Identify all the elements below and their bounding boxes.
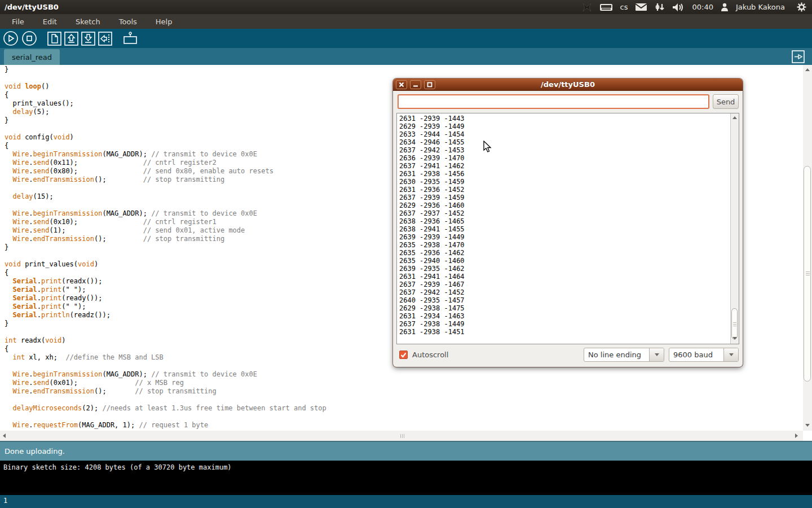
send-button[interactable]: Send [713, 94, 739, 109]
code-line: Wire.send(0x11); // cntrl register2 [5, 159, 326, 167]
code-line: { [5, 91, 326, 99]
scroll-up-icon[interactable] [805, 68, 810, 71]
new-sketch-button[interactable] [47, 32, 61, 46]
keyboard-layout-icon[interactable] [599, 3, 613, 11]
code-line: Wire.beginTransmission(MAG_ADDR); // tra… [5, 209, 326, 218]
menu-help[interactable]: Help [149, 15, 179, 28]
chevron-down-icon[interactable] [649, 348, 664, 361]
serial-line: 2631 -2939 -1443 [399, 115, 465, 122]
scroll-left-icon[interactable] [3, 433, 6, 438]
serial-scrollbar-thumb[interactable] [731, 308, 738, 339]
serial-line: 2634 -2946 -1455 [399, 138, 465, 146]
serial-line: 2633 -2944 -1454 [399, 130, 465, 138]
code-line: int xl, xh; //define the MSB and LSB [5, 353, 326, 362]
scroll-up-icon[interactable] [732, 116, 737, 119]
code-line [5, 125, 326, 133]
code-line: Serial.print(readx()); [5, 277, 326, 286]
verify-button[interactable] [3, 30, 19, 46]
stop-button[interactable] [21, 30, 37, 46]
code-line: void config(void) [5, 133, 326, 142]
minimize-icon[interactable] [410, 80, 421, 89]
tab-menu-icon[interactable] [792, 50, 805, 63]
serial-scrollbar[interactable] [730, 113, 739, 344]
line-ending-select[interactable]: No line ending [584, 348, 664, 362]
editor-horizontal-scrollbar[interactable] [0, 431, 803, 441]
code-line [5, 328, 326, 336]
scroll-down-icon[interactable] [805, 424, 810, 427]
maximize-icon[interactable] [424, 80, 435, 89]
code-line: Wire.beginTransmission(MAG_ADDR); // tra… [5, 150, 326, 159]
serial-line: 2629 -2938 -1475 [399, 304, 465, 312]
username-label[interactable]: Jakub Kakona [736, 3, 785, 11]
menu-file[interactable]: File [6, 15, 30, 28]
line-ending-value: No line ending [584, 348, 649, 361]
code-line: Serial.println(readz()); [5, 311, 326, 319]
code-line: } [5, 65, 326, 74]
menu-sketch[interactable]: Sketch [69, 15, 107, 28]
serial-monitor-button[interactable] [122, 31, 138, 46]
code-line [5, 201, 326, 209]
keyboard-layout-label[interactable]: cs [620, 3, 628, 11]
code-line: void print_values(void) [5, 260, 326, 269]
serial-line: 2639 -2935 -1462 [399, 265, 465, 273]
mail-icon[interactable] [635, 3, 647, 11]
autoscroll-label[interactable]: Autoscroll [412, 351, 448, 359]
window-title: /dev/ttyUSB0 [5, 3, 59, 11]
serial-line: 2631 -2936 -1452 [399, 186, 465, 194]
code-line [5, 74, 326, 82]
editor-vertical-scrollbar[interactable] [803, 65, 812, 431]
serial-output-area[interactable]: 2631 -2939 -14432629 -2939 -14492633 -29… [396, 113, 739, 344]
code-line: delay(5); [5, 108, 326, 116]
serial-window-titlebar[interactable]: /dev/ttyUSB0 [393, 78, 743, 91]
serial-line: 2637 -2942 -1452 [399, 288, 465, 296]
serial-line: 2631 -2938 -1451 [399, 328, 465, 336]
applet-pinwheel-icon[interactable] [582, 3, 592, 12]
chevron-down-icon[interactable] [723, 348, 738, 361]
serial-window-title: /dev/ttyUSB0 [393, 80, 743, 89]
build-console: Binary sketch size: 4208 bytes (of a 307… [0, 461, 812, 495]
serial-line: 2631 -2941 -1464 [399, 273, 465, 281]
upload-button[interactable] [98, 32, 112, 46]
serial-line: 2637 -2939 -1459 [399, 194, 465, 202]
open-sketch-button[interactable] [64, 32, 78, 46]
serial-send-input[interactable] [398, 94, 709, 109]
code-line: Serial.print(ready()); [5, 294, 326, 303]
menu-tools[interactable]: Tools [113, 15, 143, 28]
scroll-right-icon[interactable] [795, 433, 798, 438]
code-line: Wire.endTransmission(); // stop transmit… [5, 176, 326, 184]
status-message: Done uploading. [5, 447, 65, 456]
code-line: Wire.send(1); // send 0x01, active mode [5, 226, 326, 235]
close-icon[interactable] [396, 80, 407, 89]
code-line [5, 396, 326, 404]
serial-line: 2631 -2934 -1463 [399, 312, 465, 320]
serial-line: 2639 -2939 -1449 [399, 233, 465, 241]
save-sketch-button[interactable] [81, 32, 95, 46]
serial-line: 2635 -2936 -1462 [399, 249, 465, 257]
scroll-down-icon[interactable] [732, 337, 737, 340]
code-line: } [5, 243, 326, 252]
network-transfer-icon[interactable] [655, 3, 665, 12]
user-icon[interactable] [721, 3, 729, 11]
editor-scrollbar-thumb[interactable] [804, 166, 811, 382]
volume-icon[interactable] [672, 3, 685, 12]
code-line: Serial.print(" "); [5, 286, 326, 294]
system-tray: cs 00:40 Jakub Kakona [582, 2, 812, 12]
code-line: delayMicroseconds(2); //needs at least 1… [5, 404, 326, 413]
serial-line: 2637 -2938 -1449 [399, 320, 465, 328]
serial-bottom-bar: Autoscroll No line ending 9600 baud [393, 345, 743, 367]
baud-rate-select[interactable]: 9600 baud [669, 348, 739, 362]
serial-line: 2640 -2935 -1457 [399, 296, 465, 304]
menu-bar: FileEditSketchToolsHelp [0, 14, 812, 29]
serial-line: 2635 -2938 -1470 [399, 241, 465, 249]
code-line: { [5, 269, 326, 277]
tab-serial-read[interactable]: serial_read [4, 49, 60, 65]
autoscroll-checkbox[interactable] [399, 351, 408, 359]
code-line: delay(15); [5, 192, 326, 201]
code-line: void loop() [5, 82, 326, 91]
session-gear-icon[interactable] [797, 2, 806, 12]
clock-label[interactable]: 00:40 [692, 3, 713, 11]
code-line: Wire.requestFrom(MAG_ADDR, 1); // reques… [5, 421, 326, 430]
toolbar [0, 29, 812, 48]
line-number: 1 [3, 497, 7, 505]
menu-edit[interactable]: Edit [37, 15, 63, 28]
